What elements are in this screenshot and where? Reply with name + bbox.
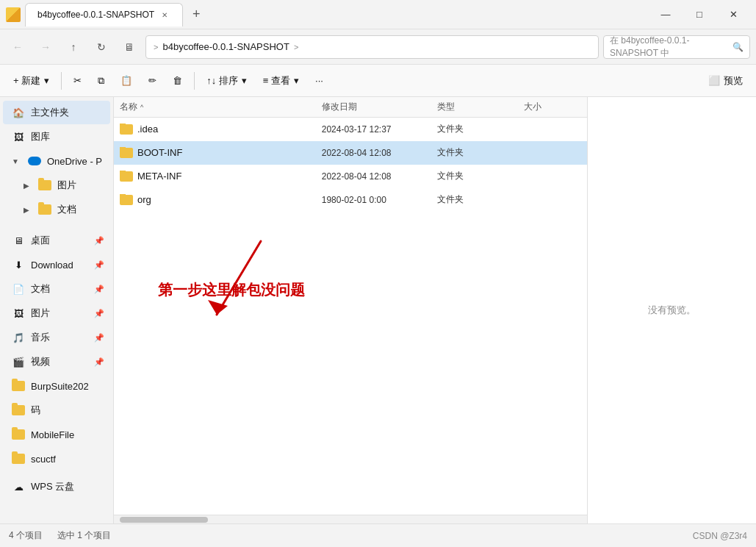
sidebar-item-video[interactable]: 🎬 视频 📌 bbox=[3, 350, 110, 373]
tab-close-button[interactable]: ✕ bbox=[159, 9, 170, 21]
sidebar-item-pictures[interactable]: ▶ 图片 bbox=[3, 174, 110, 197]
copy-button[interactable]: ⧉ bbox=[90, 68, 112, 93]
col-name-header[interactable]: 名称 ^ bbox=[120, 101, 322, 113]
view-button[interactable]: ≡ 查看 ▾ bbox=[256, 68, 306, 93]
search-icon: 🔍 bbox=[732, 42, 744, 52]
sidebar-item-picture2[interactable]: 🖼 图片 📌 bbox=[3, 301, 110, 325]
sidebar-item-wps[interactable]: ☁ WPS 云盘 bbox=[3, 475, 110, 498]
sidebar: 🏠 主文件夹 🖼 图库 ▼ OneDrive - P ▶ 图片 ▶ 文 bbox=[0, 97, 114, 523]
close-button[interactable]: ✕ bbox=[716, 3, 750, 26]
item-count: 4 个项目 bbox=[9, 529, 43, 542]
paste-button[interactable]: 📋 bbox=[113, 68, 140, 93]
sidebar-item-main-folder[interactable]: 🏠 主文件夹 bbox=[3, 101, 110, 124]
minimize-button[interactable]: — bbox=[649, 3, 683, 26]
path-segment[interactable]: b4bycoffee-0.0.1-SNAPSHOT bbox=[162, 41, 289, 52]
address-path[interactable]: > b4bycoffee-0.0.1-SNAPSHOT > bbox=[145, 35, 599, 59]
paste-icon: 📋 bbox=[120, 75, 132, 86]
maximize-button[interactable]: □ bbox=[683, 3, 716, 26]
sidebar-scuctf-label: scuctf bbox=[31, 454, 56, 465]
file-type-meta: 文件夹 bbox=[437, 170, 524, 182]
up-button[interactable]: ↑ bbox=[62, 35, 85, 59]
video-pin-icon: 📌 bbox=[94, 357, 104, 367]
selected-info: 选中 1 个项目 bbox=[57, 529, 111, 542]
file-date-boot: 2022-08-04 12:08 bbox=[322, 148, 437, 158]
sidebar-item-mobile[interactable]: MobileFile bbox=[3, 423, 110, 446]
sidebar-main-folder-label: 主文件夹 bbox=[31, 106, 69, 119]
folder-icon-boot bbox=[120, 148, 133, 158]
file-name-meta: META-INF bbox=[120, 171, 322, 182]
back-button[interactable]: ← bbox=[6, 35, 29, 59]
file-date-idea: 2024-03-17 12:37 bbox=[322, 124, 437, 135]
col-name-label: 名称 bbox=[120, 101, 137, 113]
sidebar-download-label: Download bbox=[31, 260, 73, 271]
home-icon: 🏠 bbox=[12, 106, 25, 119]
file-name-idea-label: .idea bbox=[137, 124, 158, 135]
sort-label: ↑↓ 排序 bbox=[206, 74, 238, 87]
new-drop-icon: ▾ bbox=[44, 75, 49, 86]
sidebar-video-label: 视频 bbox=[31, 355, 50, 368]
sidebar-item-ma[interactable]: 码 bbox=[3, 398, 110, 422]
sidebar-item-onedrive[interactable]: ▼ OneDrive - P bbox=[3, 149, 110, 173]
file-name-boot: BOOT-INF bbox=[120, 147, 322, 158]
file-name-idea: .idea bbox=[120, 124, 322, 135]
annotation-text: 第一步这里解包没问题 bbox=[158, 280, 305, 300]
preview-icon: ⬜ bbox=[708, 75, 720, 86]
rename-button[interactable]: ✏ bbox=[141, 68, 164, 93]
preview-button[interactable]: ⬜ 预览 bbox=[701, 68, 750, 93]
new-button[interactable]: + 新建 ▾ bbox=[6, 68, 57, 93]
sidebar-item-docs[interactable]: ▶ 文档 bbox=[3, 198, 110, 221]
search-box[interactable]: 在 b4bycoffee-0.0.1-SNAPSHOT 中 🔍 bbox=[603, 35, 750, 59]
location-button[interactable]: 🖥 bbox=[118, 35, 141, 59]
refresh-button[interactable]: ↻ bbox=[90, 35, 113, 59]
sidebar-item-gallery[interactable]: 🖼 图库 bbox=[3, 125, 110, 149]
toolbar-divider-2 bbox=[194, 72, 195, 90]
sidebar-music-label: 音乐 bbox=[31, 331, 50, 344]
table-row[interactable]: .idea 2024-03-17 12:37 文件夹 bbox=[114, 118, 587, 141]
folder-icon-meta bbox=[120, 171, 133, 182]
status-right: CSDN @Z3r4 bbox=[693, 531, 747, 541]
status-right-info: CSDN @Z3r4 bbox=[693, 531, 747, 541]
app-icon bbox=[6, 7, 21, 22]
more-button[interactable]: ··· bbox=[308, 68, 331, 93]
file-date-org: 1980-02-01 0:00 bbox=[322, 195, 437, 205]
file-type-org: 文件夹 bbox=[437, 193, 524, 206]
picture2-pin-icon: 📌 bbox=[94, 309, 104, 318]
table-row[interactable]: org 1980-02-01 0:00 文件夹 bbox=[114, 188, 587, 212]
sidebar-item-burp[interactable]: BurpSuite202 bbox=[3, 374, 110, 398]
sidebar-item-desktop[interactable]: 🖥 桌面 📌 bbox=[3, 229, 110, 252]
toolbar: + 新建 ▾ ✂ ⧉ 📋 ✏ 🗑 ↑↓ 排序 ▾ ≡ 查看 ▾ ··· ⬜ 预览 bbox=[0, 65, 756, 97]
sidebar-item-scuctf[interactable]: scuctf bbox=[3, 447, 110, 471]
file-type-idea: 文件夹 bbox=[437, 123, 524, 135]
more-icon: ··· bbox=[315, 75, 323, 86]
forward-button[interactable]: → bbox=[34, 35, 57, 59]
col-date-header[interactable]: 修改日期 bbox=[322, 101, 437, 113]
col-size-header[interactable]: 大小 bbox=[524, 101, 582, 113]
sidebar-item-doc2[interactable]: 📄 文档 📌 bbox=[3, 277, 110, 301]
sidebar-docs-label: 文档 bbox=[57, 203, 76, 216]
sort-button[interactable]: ↑↓ 排序 ▾ bbox=[199, 68, 254, 93]
sidebar-item-download[interactable]: ⬇ Download 📌 bbox=[3, 253, 110, 276]
content-area: 名称 ^ 修改日期 类型 大小 .idea bbox=[114, 97, 587, 523]
gallery-icon: 🖼 bbox=[12, 130, 25, 143]
new-tab-button[interactable]: + bbox=[186, 4, 206, 25]
sidebar-doc2-label: 文档 bbox=[31, 282, 50, 296]
cut-button[interactable]: ✂ bbox=[66, 68, 89, 93]
delete-icon: 🗑 bbox=[173, 75, 182, 86]
table-row[interactable]: META-INF 2022-08-04 12:08 文件夹 bbox=[114, 165, 587, 188]
table-row[interactable]: BOOT-INF 2022-08-04 12:08 文件夹 bbox=[114, 141, 587, 165]
address-bar: ← → ↑ ↻ 🖥 > b4bycoffee-0.0.1-SNAPSHOT > … bbox=[0, 29, 756, 65]
col-type-header[interactable]: 类型 bbox=[437, 101, 524, 113]
active-tab[interactable]: b4bycoffee-0.0.1-SNAPSHOT ✕ bbox=[25, 3, 183, 26]
music-pin-icon: 📌 bbox=[94, 333, 104, 343]
desktop-icon: 🖥 bbox=[12, 234, 25, 247]
delete-button[interactable]: 🗑 bbox=[165, 68, 190, 93]
horizontal-scrollbar[interactable] bbox=[114, 515, 587, 523]
sidebar-item-music[interactable]: 🎵 音乐 📌 bbox=[3, 326, 110, 349]
file-type-boot: 文件夹 bbox=[437, 146, 524, 159]
h-scroll-thumb[interactable] bbox=[120, 517, 208, 523]
copy-icon: ⧉ bbox=[98, 75, 104, 87]
svg-line-0 bbox=[217, 241, 261, 315]
onedrive-expand-icon: ▼ bbox=[12, 157, 19, 165]
no-preview-text: 没有预览。 bbox=[648, 304, 696, 317]
sidebar-picture2-label: 图片 bbox=[31, 307, 50, 320]
